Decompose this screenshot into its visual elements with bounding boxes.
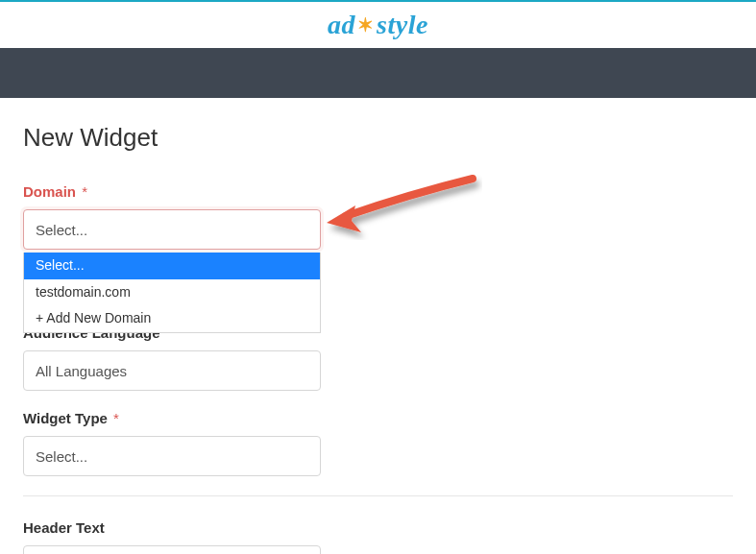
domain-option-add-new[interactable]: + Add New Domain — [24, 305, 320, 332]
required-asterisk: * — [113, 410, 119, 426]
main-content: New Widget Domain * Select... Select... … — [0, 98, 756, 554]
domain-select[interactable]: Select... — [23, 209, 321, 250]
brand-part-style: style — [377, 10, 428, 40]
brand-logo[interactable]: ad ✶ style — [328, 10, 428, 40]
audience-language-value: All Languages — [36, 363, 127, 379]
domain-option-testdomain[interactable]: testdomain.com — [24, 279, 320, 306]
widget-type-label-text: Widget Type — [23, 410, 108, 426]
domain-label-text: Domain — [23, 183, 76, 200]
audience-language-select[interactable]: All Languages — [23, 350, 321, 391]
field-domain: Domain * Select... Select... testdomain.… — [23, 183, 733, 250]
field-widget-type: Widget Type * Select... — [23, 410, 733, 476]
widget-type-value: Select... — [36, 448, 87, 465]
star-icon: ✶ — [355, 15, 377, 35]
logo-row: ad ✶ style — [0, 2, 756, 48]
header-text-label: Header Text — [23, 519, 733, 536]
field-audience-language: Audience Language All Languages — [23, 325, 733, 391]
domain-dropdown: Select... testdomain.com + Add New Domai… — [23, 253, 321, 333]
domain-option-placeholder[interactable]: Select... — [24, 253, 320, 279]
required-asterisk: * — [82, 183, 87, 200]
widget-type-select[interactable]: Select... — [23, 436, 321, 476]
nav-band — [0, 48, 756, 98]
field-header-text: Header Text You Might Also Like — [23, 519, 733, 554]
brand-part-ad: ad — [328, 10, 355, 40]
widget-type-label: Widget Type * — [23, 410, 733, 426]
domain-label: Domain * — [23, 183, 733, 200]
section-divider — [23, 495, 733, 496]
header-text-input[interactable]: You Might Also Like — [23, 545, 321, 554]
domain-select-value: Select... — [36, 222, 87, 238]
page-title: New Widget — [23, 123, 733, 153]
